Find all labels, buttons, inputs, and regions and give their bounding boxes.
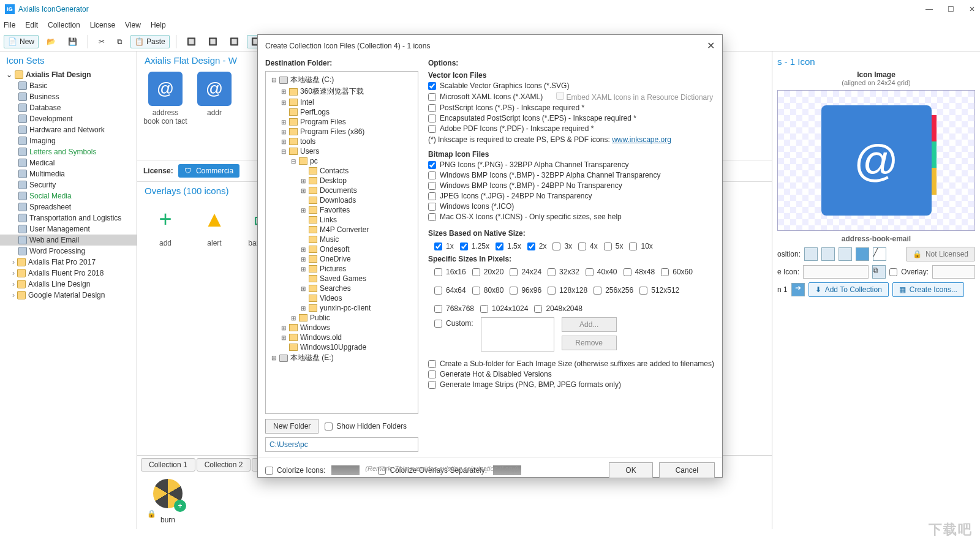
close-button[interactable]: ✕ (969, 5, 975, 13)
license-button[interactable]: 🛡 Commercia (178, 164, 240, 178)
vect-opt[interactable]: Microsoft XAML Icons (*.XAML) Embed XAML… (428, 92, 715, 102)
create-icons-button[interactable]: ▦ Create Icons... (892, 282, 964, 297)
size-64x64[interactable]: 64x64 (434, 286, 466, 295)
vect-opt[interactable]: Scalable Vector Graphics Icons (*.SVG) (428, 81, 715, 90)
cat-spreadsheet[interactable]: Spreadsheet (0, 201, 137, 212)
cat-hardware-and-network[interactable]: Hardware and Network (0, 124, 137, 135)
add-to-collection-button[interactable]: ⬇ Add To Collection (809, 282, 889, 297)
size-80x80[interactable]: 80x80 (472, 286, 504, 295)
pack-google-material-design[interactable]: ›Google Material Design (0, 290, 137, 301)
folder-Desktop[interactable]: ⊞Desktop (268, 176, 415, 186)
pack-axialis-line-design[interactable]: ›Axialis Line Design (0, 279, 137, 290)
open-icon[interactable]: 📂 (42, 35, 60, 48)
tool3-icon[interactable]: 🔲 (225, 35, 243, 48)
tab-0[interactable]: Collection 1 (141, 458, 195, 472)
overlay-check[interactable]: Overlay: (889, 268, 929, 276)
add-size-button[interactable]: Add... (562, 317, 617, 332)
size-24x24[interactable]: 24x24 (510, 268, 541, 276)
size-512x512[interactable]: 512x512 (639, 286, 679, 295)
folder-Videos[interactable]: Videos (268, 293, 415, 303)
native-2x[interactable]: 2x (527, 242, 547, 250)
folder-Public[interactable]: ⊞Public (268, 313, 415, 323)
menu-edit[interactable]: Edit (25, 21, 38, 29)
vect-opt[interactable]: PostScript Icons (*.PS) - Inkscape requi… (428, 103, 715, 112)
bmp-opt[interactable]: Mac OS-X Icons (*.ICNS) - Only specific … (428, 212, 715, 221)
tool1-icon[interactable]: 🔲 (183, 35, 200, 48)
pack-axialis-flat-pro-2017[interactable]: ›Axialis Flat Pro 2017 (0, 257, 137, 268)
native-4x[interactable]: 4x (578, 242, 598, 250)
folder-Downloads[interactable]: Downloads (268, 195, 415, 205)
save-icon[interactable]: 💾 (64, 35, 81, 48)
size-60x60[interactable]: 60x60 (661, 268, 693, 276)
folder-Windows10Upgrade[interactable]: Windows10Upgrade (268, 342, 415, 352)
icon-address-book-con-tact[interactable]: @address book con tact (143, 72, 187, 126)
cat-web-and-email[interactable]: Web and Email (0, 235, 137, 246)
cat-multimedia[interactable]: Multimedia (0, 168, 137, 179)
custom-sizes-box[interactable] (481, 317, 554, 351)
pack-axialis-fluent-pro-2018[interactable]: ›Axialis Fluent Pro 2018 (0, 268, 137, 279)
ok-button[interactable]: OK (609, 462, 652, 478)
colorize-swatch[interactable] (331, 465, 360, 475)
size-32x32[interactable]: 32x32 (548, 268, 579, 276)
folder-yunxin-pc-client[interactable]: ⊞yunxin-pc-client (268, 303, 415, 313)
cat-letters-and-symbols[interactable]: Letters and Symbols (0, 146, 137, 157)
not-licensed-button[interactable]: 🔒 Not Licensed (906, 247, 975, 261)
size-128x128[interactable]: 128x128 (548, 286, 587, 295)
cat-social-media[interactable]: Social Media (0, 190, 137, 201)
goto-collection-icon[interactable]: ➜ (791, 283, 805, 296)
cat-user-management[interactable]: User Management (0, 224, 137, 235)
size-40x40[interactable]: 40x40 (586, 268, 617, 276)
cut-icon[interactable]: ✂ (94, 35, 109, 48)
inkscape-link[interactable]: www.inkscape.org (612, 135, 671, 144)
folder-Windows[interactable]: ⊞Windows (268, 323, 415, 333)
native-1.5x[interactable]: 1.5x (496, 242, 521, 250)
copy-icon[interactable]: ⧉ (113, 35, 127, 48)
folder-Contacts[interactable]: Contacts (268, 166, 415, 176)
paste-button[interactable]: 📋 Paste (130, 35, 170, 48)
minimize-button[interactable]: — (925, 5, 933, 13)
folder-Program Files (x86)[interactable]: ⊞Program Files (x86) (268, 127, 415, 137)
folder-tree[interactable]: ⊟本地磁盘 (C:)⊞360极速浏览器下载⊞IntelPerfLogs⊞Prog… (265, 71, 418, 414)
folder-tools[interactable]: ⊞tools (268, 137, 415, 146)
menu-help[interactable]: Help (151, 21, 166, 29)
tab-1[interactable]: Collection 2 (197, 458, 251, 472)
cat-transportation-and-logistics[interactable]: Transportation and Logistics (0, 212, 137, 224)
folder-Ondesoft[interactable]: ⊞Ondesoft (268, 244, 415, 254)
folder-Saved Games[interactable]: Saved Games (268, 274, 415, 284)
cat-basic[interactable]: Basic (0, 80, 137, 91)
bmp-opt[interactable]: Windows BMP Icons (*.BMP) - 32BPP Alpha … (428, 171, 715, 179)
folder-Intel[interactable]: ⊞Intel (268, 97, 415, 107)
folder-pc[interactable]: ⊟pc (268, 156, 415, 166)
custom-check[interactable]: Custom: (434, 319, 473, 328)
bmp-opt[interactable]: Windows BMP Icons (*.BMP) - 24BPP No Tra… (428, 181, 715, 190)
colorize-icons-check[interactable]: Colorize Icons: (265, 466, 325, 475)
folder-M4P Converter[interactable]: M4P Converter (268, 225, 415, 235)
folder-Favorites[interactable]: ⊞Favorites (268, 205, 415, 215)
tree-root[interactable]: ⌄Axialis Flat Design (0, 69, 137, 80)
dialog-close-icon[interactable]: ✕ (707, 40, 715, 51)
new-button[interactable]: 📄 New (4, 35, 39, 48)
remove-size-button[interactable]: Remove (562, 336, 617, 350)
overlay-add[interactable]: +add (143, 202, 187, 247)
cat-word-processing[interactable]: Word Processing (0, 246, 137, 257)
folder-360极速浏览器下载[interactable]: ⊞360极速浏览器下载 (268, 86, 415, 97)
cat-development[interactable]: Development (0, 113, 137, 124)
bmp-opt[interactable]: Windows Icons (*.ICO) (428, 202, 715, 211)
extra-opt[interactable]: Generate Hot & Disabled Versions (428, 370, 715, 378)
size-96x96[interactable]: 96x96 (510, 286, 541, 295)
native-5x[interactable]: 5x (604, 242, 624, 250)
cat-medical[interactable]: Medical (0, 157, 137, 168)
overlay-field[interactable] (932, 265, 975, 279)
vect-opt[interactable]: Encapsutated PostScript Icons (*.EPS) - … (428, 114, 715, 122)
maximize-button[interactable]: ☐ (948, 5, 954, 13)
extra-opt[interactable]: Create a Sub-folder for Each Image Size … (428, 359, 715, 368)
folder-PerfLogs[interactable]: PerfLogs (268, 107, 415, 117)
folder-Pictures[interactable]: ⊞Pictures (268, 264, 415, 274)
folder-Searches[interactable]: ⊞Searches (268, 284, 415, 293)
size-768x768[interactable]: 768x768 (434, 304, 474, 313)
show-hidden-check[interactable]: Show Hidden Folders (325, 422, 407, 430)
folder-本地磁盘 (C:)[interactable]: ⊟本地磁盘 (C:) (268, 74, 415, 86)
vect-opt[interactable]: Adobe PDF Icons (*.PDF) - Inkscape requi… (428, 124, 715, 133)
size-256x256[interactable]: 256x256 (594, 286, 633, 295)
pos-none[interactable]: ╱ (873, 247, 886, 261)
